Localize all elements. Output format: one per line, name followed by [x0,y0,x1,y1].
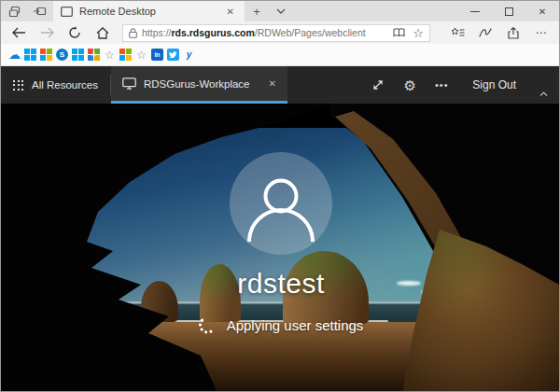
browser-window: Remote Desktop ✕ + ✕ https://rds.rdsguru… [0,0,560,392]
workspace-session-tab[interactable]: RDSGurus-Workplace ✕ [111,66,287,104]
signin-username: rdstest [1,268,560,300]
window-controls: ✕ [458,1,559,21]
rdweb-toolbar-actions: ⚙ ••• Sign Out [364,71,559,99]
windows-favicon[interactable] [24,49,36,61]
all-resources-button[interactable]: All Resources [1,66,110,104]
linkedin-favicon[interactable]: in [151,49,163,61]
close-button[interactable]: ✕ [525,1,559,21]
remote-session-display[interactable]: rdstest Applying user settings [1,104,560,392]
maximize-button[interactable] [492,1,525,21]
microsoft-favicon[interactable] [119,49,132,61]
tab-close-icon[interactable]: ✕ [224,7,237,17]
tab-list-chevron-icon[interactable] [269,1,293,21]
microsoft-favicon[interactable] [40,49,52,61]
favorite-star-favicon[interactable]: ☆ [135,49,147,61]
all-resources-label: All Resources [32,79,98,91]
tab-bar: Remote Desktop ✕ + ✕ [1,1,559,21]
set-tabs-aside-icon[interactable] [27,1,53,21]
rdweb-toolbar: All Resources RDSGurus-Workplace ✕ ⚙ •••… [1,66,559,104]
more-options-icon[interactable]: ••• [427,71,455,99]
bookmarks-bar: ☁S+☆☆iny [1,44,559,66]
office-plus-favicon[interactable]: + [88,49,100,61]
new-tab-button[interactable]: + [245,1,269,21]
share-icon[interactable] [499,21,527,44]
progress-spinner-icon [199,316,216,333]
url-text[interactable]: https://rds.rdsgurus.com/RDWeb/Pages/web… [142,27,388,38]
back-button[interactable] [5,21,33,44]
fullscreen-expand-icon[interactable] [364,71,392,99]
workspace-tab-label: RDSGurus-Workplace [144,78,250,90]
reading-view-icon[interactable] [393,28,405,37]
navigation-bar: https://rds.rdsgurus.com/RDWeb/Pages/web… [1,21,559,44]
add-favorite-star-icon[interactable]: ☆ [413,27,424,39]
session-close-icon[interactable]: ✕ [269,78,276,89]
favorite-star-favicon[interactable]: ☆ [104,49,116,61]
user-avatar [230,152,332,255]
onedrive-favicon[interactable]: ☁ [8,49,21,61]
twitter-favicon[interactable] [167,49,179,61]
collapse-toolbar-chevron-icon[interactable] [533,91,553,96]
browser-tab-remote-desktop[interactable]: Remote Desktop ✕ [53,1,245,21]
minimize-button[interactable] [458,1,492,21]
refresh-button[interactable] [61,21,89,44]
signin-status-row: Applying user settings [1,316,560,333]
address-bar[interactable]: https://rds.rdsgurus.com/RDWeb/Pages/web… [122,24,430,42]
tab-preview-icon[interactable] [1,1,27,21]
settings-gear-icon[interactable]: ⚙ [396,71,424,99]
monitor-icon [122,77,136,90]
tab-title: Remote Desktop [79,6,217,17]
signin-status-message: Applying user settings [227,317,364,333]
sharepoint-favicon[interactable]: S [56,49,68,61]
browser-action-icons: ⋯ [443,21,555,44]
remote-desktop-favicon [61,7,73,17]
hub-favorites-icon[interactable] [443,21,471,44]
apps-grid-icon [13,80,23,91]
home-button[interactable] [89,21,117,44]
settings-more-icon[interactable]: ⋯ [527,21,555,44]
windows-favicon[interactable] [72,49,84,61]
sign-out-button[interactable]: Sign Out [459,78,529,91]
person-icon [230,152,332,255]
lock-icon [129,28,137,38]
web-note-ink-icon[interactable] [471,21,499,44]
yammer-favicon[interactable]: y [183,49,195,61]
forward-button[interactable] [33,21,61,44]
